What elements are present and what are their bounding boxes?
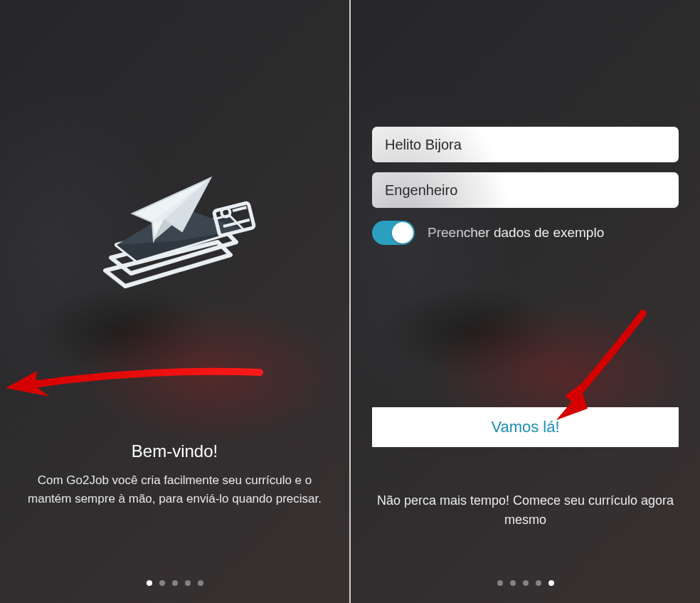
- name-field[interactable]: [372, 127, 679, 162]
- welcome-title: Bem-vindo!: [132, 441, 218, 461]
- page-dot-4[interactable]: [185, 580, 191, 586]
- annotation-arrow-icon: [0, 360, 263, 416]
- onboarding-form: Preencher dados de exemplo: [351, 127, 700, 245]
- page-dot-3[interactable]: [172, 580, 178, 586]
- start-button-label: Vamos lá!: [491, 418, 559, 436]
- example-data-toggle-row: Preencher dados de exemplo: [372, 221, 679, 245]
- page-dot-3[interactable]: [523, 580, 529, 586]
- pagination-dots[interactable]: [0, 580, 349, 586]
- page-dot-2[interactable]: [510, 580, 516, 586]
- page-dot-1[interactable]: [497, 580, 503, 586]
- app-logo-illustration: [83, 164, 267, 306]
- onboarding-screen-1: Bem-vindo! Com Go2Job você cria facilmen…: [0, 0, 349, 603]
- onboarding-screen-5: Preencher dados de exemplo Vamos lá! Não…: [351, 0, 700, 603]
- page-dot-1[interactable]: [147, 580, 152, 586]
- example-data-toggle-label: Preencher dados de exemplo: [428, 225, 604, 241]
- pagination-dots[interactable]: [351, 580, 700, 586]
- svg-point-1: [221, 207, 231, 218]
- page-dot-5[interactable]: [198, 580, 203, 586]
- example-data-toggle[interactable]: [372, 221, 415, 245]
- final-subtitle: Não perca mais tempo! Comece seu currícu…: [372, 491, 679, 530]
- profession-field[interactable]: [372, 172, 679, 208]
- svg-line-2: [233, 207, 246, 211]
- start-button[interactable]: Vamos lá!: [372, 407, 679, 447]
- toggle-knob: [392, 222, 413, 243]
- welcome-subtitle: Com Go2Job você cria facilmente seu curr…: [0, 471, 349, 508]
- page-dot-4[interactable]: [536, 580, 541, 586]
- page-dot-5[interactable]: [548, 580, 554, 586]
- page-dot-2[interactable]: [159, 580, 165, 586]
